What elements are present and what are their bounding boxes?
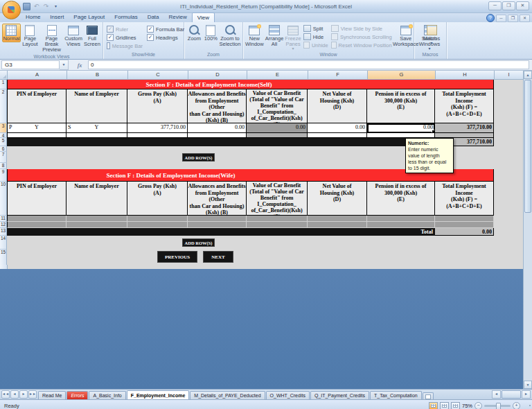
- page-layout-view-button[interactable]: Page Layout: [21, 24, 39, 48]
- synchronous-scrolling-button[interactable]: Synchronous Scrolling: [331, 33, 392, 41]
- header-pin-of-employer[interactable]: PIN of Employer: [7, 182, 66, 216]
- workbook-minimize-button[interactable]: ─: [496, 15, 506, 22]
- empty-cell[interactable]: [127, 216, 188, 222]
- row-header-1[interactable]: 1: [0, 80, 7, 89]
- empty-cell[interactable]: [435, 222, 494, 228]
- vertical-scrollbar[interactable]: ▲ ▼: [523, 71, 532, 389]
- empty-cell[interactable]: [367, 222, 435, 228]
- close-button[interactable]: ✕: [516, 1, 529, 10]
- column-header-c[interactable]: C: [128, 71, 188, 80]
- column-header-e[interactable]: E: [247, 71, 308, 80]
- empty-cell[interactable]: [367, 216, 435, 222]
- name-box-dropdown-icon[interactable]: ▼: [60, 60, 69, 70]
- next-sheet-icon[interactable]: ►: [19, 390, 28, 399]
- cell-e3-car-benefit[interactable]: 0.00: [247, 123, 308, 133]
- row-header-5[interactable]: 5: [0, 138, 7, 146]
- page-break-preview-button[interactable]: Page Break Preview: [39, 24, 64, 53]
- sheet-tab-employment-income[interactable]: F_Employment_Income: [127, 390, 190, 399]
- page-break-view-icon[interactable]: [451, 402, 460, 409]
- hide-button[interactable]: Hide: [303, 33, 328, 41]
- workbook-close-button[interactable]: ✕: [520, 15, 530, 22]
- message-bar-checkbox[interactable]: Message Bar: [107, 42, 143, 50]
- empty-cell[interactable]: [367, 133, 435, 138]
- sheet-tab-basic-info[interactable]: A_Basic_Info: [89, 391, 125, 399]
- cell-f3-housing[interactable]: 0.00: [308, 123, 367, 133]
- row-header-14[interactable]: 14: [0, 236, 7, 250]
- page-layout-view-icon[interactable]: [440, 402, 449, 409]
- header-gross-pay[interactable]: Gross Pay (Ksh) (A): [127, 89, 188, 123]
- cell-a3-pin[interactable]: PY: [7, 123, 66, 133]
- header-car-benefit[interactable]: Value of Car Benefit (Total of "Value of…: [247, 89, 308, 123]
- new-window-button[interactable]: New Window: [245, 24, 265, 48]
- column-header-h[interactable]: H: [436, 71, 495, 80]
- header-car-benefit[interactable]: Value of Car Benefit (Total of "Value of…: [247, 182, 308, 216]
- header-total-income[interactable]: Total Employment Income (Ksh) (F) = (A+B…: [435, 182, 494, 216]
- sheet-tab-tax-computation[interactable]: T_Tax_Computation: [370, 391, 422, 399]
- zoom-slider[interactable]: [484, 405, 511, 407]
- row-header-7[interactable]: 7: [0, 152, 7, 163]
- empty-cell[interactable]: [188, 222, 247, 228]
- header-allowances[interactable]: Allowances and Benefits from Employment …: [188, 89, 247, 123]
- vertical-scroll-track[interactable]: [524, 214, 532, 381]
- zoom-to-selection-button[interactable]: Zoom to Selection: [219, 24, 241, 48]
- add-rows-self-button[interactable]: ADD ROW(S): [182, 153, 215, 162]
- scroll-up-icon[interactable]: ▲: [524, 71, 532, 79]
- empty-cell[interactable]: [7, 222, 66, 228]
- cell-h13-grand-total[interactable]: 0.00: [435, 228, 494, 236]
- tab-data[interactable]: Data: [143, 12, 164, 22]
- empty-cell[interactable]: [7, 133, 66, 138]
- section-self-banner[interactable]: Section F : Details of Employment Income…: [7, 80, 494, 89]
- header-pension[interactable]: Pension if in excess of 300,000 (Ksh) (E…: [367, 89, 435, 123]
- empty-cell[interactable]: [7, 216, 66, 222]
- name-box[interactable]: G3: [1, 60, 60, 69]
- row-header-15[interactable]: 15: [0, 250, 7, 265]
- first-sheet-icon[interactable]: ◄◄: [1, 390, 10, 399]
- header-name-of-employer[interactable]: Name of Employer: [66, 182, 127, 216]
- empty-cell[interactable]: [188, 216, 247, 222]
- column-header-d[interactable]: D: [188, 71, 247, 80]
- unhide-button[interactable]: Unhide: [303, 41, 328, 49]
- column-header-a[interactable]: A: [8, 71, 67, 80]
- row-header-12[interactable]: 12: [0, 222, 7, 228]
- minimize-button[interactable]: ─: [488, 1, 502, 10]
- cell-d3-allowances[interactable]: 0.00: [188, 123, 247, 133]
- tab-insert[interactable]: Insert: [45, 12, 69, 22]
- tab-page-layout[interactable]: Page Layout: [69, 12, 109, 22]
- row-header-8[interactable]: 8: [0, 163, 7, 169]
- cell-c3-gross-pay[interactable]: 377,710.00: [127, 123, 188, 133]
- scroll-down-icon[interactable]: ▼: [524, 381, 532, 389]
- empty-cell[interactable]: [247, 133, 308, 138]
- select-all-corner[interactable]: [0, 71, 8, 80]
- header-pension[interactable]: Pension if in excess of 300,000 (Ksh) (E…: [367, 182, 435, 216]
- workbook-restore-button[interactable]: ❐: [508, 15, 518, 22]
- empty-cell[interactable]: [308, 222, 367, 228]
- freeze-panes-button[interactable]: Freeze Panes▾: [284, 24, 301, 51]
- header-pin-of-employer[interactable]: PIN of Employer: [7, 89, 66, 123]
- empty-cell[interactable]: [188, 133, 247, 138]
- row-header-4[interactable]: 4: [0, 133, 7, 138]
- header-net-housing[interactable]: Net Value of Housing (Ksh) (D): [308, 182, 367, 216]
- empty-cell[interactable]: [66, 216, 127, 222]
- macros-button[interactable]: Macros▾: [418, 24, 445, 46]
- sheet-tab-errors[interactable]: Errors: [66, 391, 88, 399]
- zoom-100-button[interactable]: 100%: [203, 24, 219, 42]
- formula-input[interactable]: 0: [88, 60, 529, 69]
- split-button[interactable]: Split: [303, 24, 328, 33]
- previous-sheet-icon[interactable]: ◄: [10, 390, 19, 399]
- empty-cell[interactable]: [66, 222, 127, 228]
- zoom-out-icon[interactable]: −: [475, 402, 482, 409]
- empty-cell[interactable]: [127, 222, 188, 228]
- tab-review[interactable]: Review: [164, 12, 192, 22]
- column-header-g[interactable]: G: [368, 71, 436, 80]
- tab-home[interactable]: Home: [21, 12, 45, 22]
- sheet-tab-wht-credits[interactable]: O_WHT_Credits: [266, 391, 310, 399]
- ruler-checkbox[interactable]: ✓Ruler: [107, 25, 143, 33]
- gridlines-checkbox[interactable]: ✓Gridlines: [107, 33, 143, 42]
- zoom-in-icon[interactable]: +: [513, 402, 520, 409]
- vertical-scroll-thumb[interactable]: [524, 80, 531, 213]
- office-button[interactable]: [2, 1, 21, 19]
- normal-view-button[interactable]: Normal: [2, 24, 21, 42]
- horizontal-scrollbar[interactable]: ◄ ►: [492, 390, 531, 399]
- empty-cell[interactable]: [247, 216, 308, 222]
- next-button[interactable]: NEXT: [203, 251, 233, 263]
